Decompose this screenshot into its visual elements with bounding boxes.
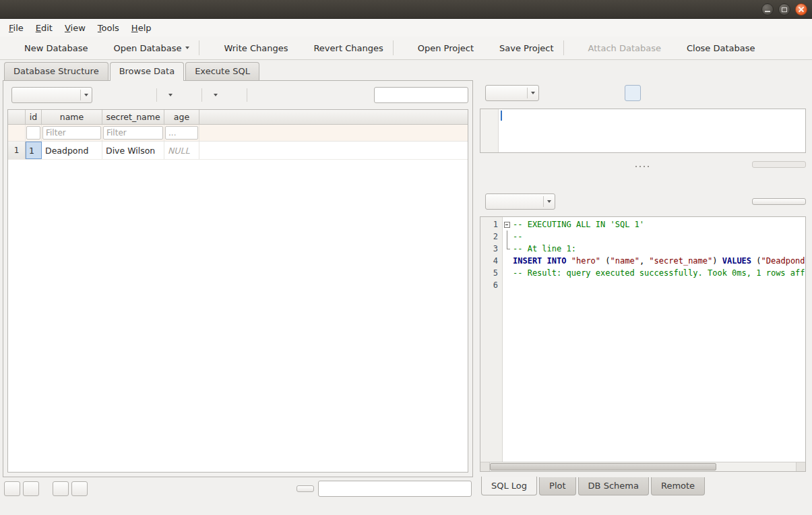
mode-selector[interactable] [485,85,539,101]
print-records-icon[interactable] [180,87,197,103]
column-header-age[interactable]: age [164,110,199,124]
insert-record-icon[interactable] [161,87,179,103]
export-cell-icon[interactable] [719,85,735,101]
revert-changes-button-label: Revert Changes [313,43,383,53]
menu-item-tools[interactable]: Tools [92,20,125,36]
sql-log-close-icon[interactable] [797,176,806,185]
cell-name[interactable]: Deadpond [42,142,102,159]
cell-editor[interactable] [480,109,806,153]
close-panel-icon[interactable] [797,65,806,75]
import-from-file-icon[interactable] [672,85,688,101]
close-database-button-label: Close Database [687,43,755,53]
next-record-button[interactable] [53,481,69,496]
export-records-icon[interactable] [206,87,224,103]
column-header-name[interactable]: name [42,110,102,124]
sql-log-controls [480,191,806,212]
open-database-button[interactable]: Open Database [94,39,195,57]
line-number: 4 [480,256,502,266]
clear-log-button[interactable] [752,198,806,205]
fold-marker-icon[interactable] [504,222,510,228]
dock-tab-db-schema[interactable]: DB Schema [578,477,649,495]
line-number: 6 [480,280,502,290]
filter-input-id[interactable] [26,126,40,140]
save-cell-icon[interactable] [743,85,759,101]
sql-text: -- At line 1: [511,244,576,253]
global-filter-input[interactable] [374,87,468,103]
revert-changes-button[interactable]: Revert Changes [293,39,388,57]
sql-log-line: 1-- EXECUTING ALL IN 'SQL 1' [480,218,805,231]
minimize-button[interactable] [761,3,774,16]
maximize-button[interactable] [778,3,790,16]
clear-all-filters-icon[interactable] [116,87,133,103]
editor-content[interactable] [499,109,504,152]
goto-input[interactable] [318,481,472,497]
data-grid: idnamesecret_nameage 11DeadpondDive Wils… [7,109,468,473]
delete-record-icon[interactable] [225,87,243,103]
horizontal-scrollbar[interactable] [480,462,805,471]
write-changes-button[interactable]: Write Changes [204,39,293,57]
menu-item-help[interactable]: Help [125,20,158,36]
filter-input-name[interactable] [42,126,101,140]
new-database-button[interactable]: New Database [4,39,94,57]
goto-button[interactable] [296,485,314,492]
filter-input-secret-name[interactable] [103,126,163,140]
save-filter-icon[interactable] [135,87,152,103]
cell-id[interactable]: 1 [26,142,42,159]
open-project-button-label: Open Project [418,43,474,53]
sort-records-icon[interactable] [251,87,269,103]
refresh-icon[interactable] [97,87,115,103]
grid-body[interactable]: 11DeadpondDive WilsonNULL [8,142,468,160]
scrollbar-track[interactable] [490,462,796,471]
cell-secret-name[interactable]: Dive Wilson [102,142,164,159]
cell-age[interactable]: NULL [164,142,199,159]
close-button[interactable] [795,3,807,16]
scrollbar-thumb[interactable] [490,463,716,471]
menu-item-edit[interactable]: Edit [30,20,59,36]
copy-cell-icon[interactable] [695,85,712,101]
float-panel-icon[interactable] [784,65,794,75]
toolbar-separator [156,88,157,102]
sql-text: -- [511,232,522,241]
close-database-icon [672,42,683,53]
sql-source-selector[interactable] [485,193,555,210]
column-header-secret-name[interactable]: secret_name [102,110,164,124]
sql-text: -- EXECUTING ALL IN 'SQL 1' [511,220,644,229]
apply-button[interactable] [752,161,806,168]
set-null-icon[interactable] [766,85,782,101]
attach-database-button[interactable]: Attach Database [568,39,666,57]
editor-gutter [480,109,499,152]
last-record-button[interactable] [71,481,88,496]
edit-cell-icon-group [625,85,806,101]
attach-database-button-label: Attach Database [588,43,661,53]
tab-database-structure[interactable]: Database Structure [4,62,108,80]
tab-browse-data[interactable]: Browse Data [110,62,185,81]
close-database-button[interactable]: Close Database [666,39,761,57]
sql-log-lines[interactable]: 1-- EXECUTING ALL IN 'SQL 1'2--3-- At li… [480,217,805,462]
print-cell-icon[interactable] [790,85,806,101]
dock-tab-remote[interactable]: Remote [651,477,705,495]
sql-log-float-icon[interactable] [784,176,794,185]
table-row[interactable]: 11DeadpondDive WilsonNULL [8,142,468,160]
auto-apply-icon[interactable] [544,85,562,101]
save-project-button[interactable]: Save Project [479,39,559,57]
browse-panel-body: idnamesecret_nameage 11DeadpondDive Wils… [3,80,473,477]
dock-tab-sql-log[interactable]: SQL Log [481,477,537,495]
first-record-button[interactable] [4,481,20,496]
menu-item-file[interactable]: File [3,20,30,36]
dock-tab-plot[interactable]: Plot [539,477,576,495]
minimize-icon [765,11,770,12]
menu-item-view[interactable]: View [59,20,92,36]
scroll-left-icon[interactable] [480,462,490,471]
scroll-right-icon[interactable] [796,462,805,471]
open-in-text-editor-icon[interactable] [625,85,641,101]
previous-record-button[interactable] [23,481,39,496]
browse-icon-group [97,87,288,103]
table-selector[interactable] [11,87,92,103]
encoding-icon[interactable] [270,87,288,103]
filter-input-age[interactable] [165,126,198,140]
word-wrap-icon[interactable] [648,85,664,101]
tab-execute-sql[interactable]: Execute SQL [185,62,259,80]
open-project-button[interactable]: Open Project [398,39,479,57]
column-header-id[interactable]: id [26,110,42,124]
title-bar[interactable] [0,0,812,19]
